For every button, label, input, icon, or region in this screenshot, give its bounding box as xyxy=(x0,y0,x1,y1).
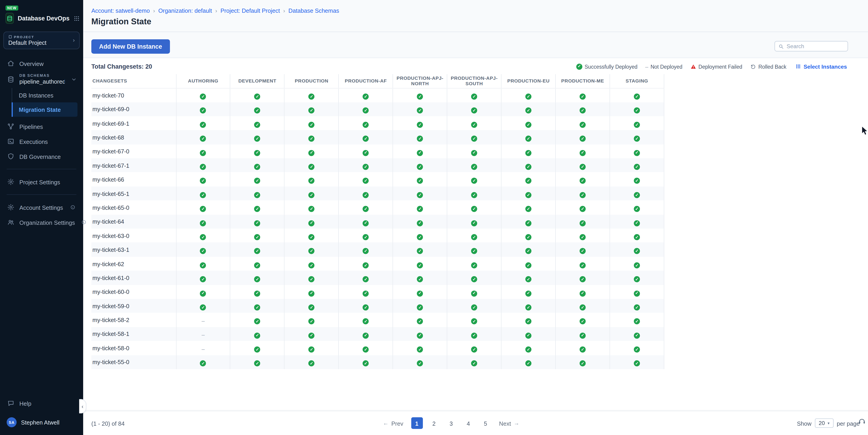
status-deployed: ✓ xyxy=(284,257,339,271)
sidebar-divider xyxy=(7,169,76,169)
success-check-icon: ✓ xyxy=(363,220,369,226)
status-deployed: ✓ xyxy=(339,186,393,200)
sidebar-item-overview[interactable]: Overview xyxy=(0,56,83,71)
column-header-staging: STAGING xyxy=(610,74,664,88)
status-deployed: ✓ xyxy=(447,144,501,158)
changeset-name: my-ticket-69-0 xyxy=(91,102,176,116)
breadcrumb-link[interactable]: Database Schemas xyxy=(288,7,339,14)
page-button-5[interactable]: 5 xyxy=(480,417,491,429)
success-check-icon: ✓ xyxy=(417,164,423,170)
status-deployed: ✓ xyxy=(284,200,339,215)
success-check-icon: ✓ xyxy=(309,122,315,128)
project-name: Default Project xyxy=(8,39,70,46)
status-deployed: ✓ xyxy=(284,229,339,243)
success-check-icon: ✓ xyxy=(634,150,640,156)
sidebar-item-project-settings[interactable]: Project Settings xyxy=(0,174,83,189)
user-menu[interactable]: SA Stephen Atwell xyxy=(0,414,83,431)
table-row: my-ticket-64✓✓✓✓✓✓✓✓✓ xyxy=(91,215,664,229)
success-check-icon: ✓ xyxy=(580,206,586,212)
success-check-icon: ✓ xyxy=(200,248,206,254)
legend-label: Not Deployed xyxy=(651,63,682,69)
success-check-icon: ✓ xyxy=(309,234,315,240)
success-check-icon: ✓ xyxy=(254,94,260,100)
success-check-icon: ✓ xyxy=(580,361,586,367)
next-page-button[interactable]: Next → xyxy=(499,420,519,426)
status-deployed: ✓ xyxy=(284,313,339,327)
changeset-name: my-ticket-63-1 xyxy=(91,243,176,257)
sidebar-item-pipelines[interactable]: Pipelines xyxy=(0,119,83,134)
dash-icon: – xyxy=(645,63,649,69)
status-deployed: ✓ xyxy=(339,130,393,144)
app-title: Database DevOps xyxy=(18,15,69,22)
status-deployed: ✓ xyxy=(393,144,447,158)
table-row: my-ticket-69-0✓✓✓✓✓✓✓✓✓ xyxy=(91,102,664,116)
sidebar-item-db-instances[interactable]: DB Instances xyxy=(12,88,78,102)
prev-page-button[interactable]: ← Prev xyxy=(383,420,403,426)
success-check-icon: ✓ xyxy=(200,164,206,170)
status-deployed: ✓ xyxy=(339,102,393,116)
page-button-2[interactable]: 2 xyxy=(428,417,440,429)
sidebar-item-account-settings[interactable]: Account Settings xyxy=(0,200,83,215)
dash-icon: – xyxy=(202,332,205,338)
success-check-icon: ✓ xyxy=(200,290,206,297)
changeset-name: my-ticket-59-0 xyxy=(91,299,176,313)
nav-group-label: DB SCHEMAS xyxy=(19,74,65,77)
breadcrumb-link[interactable]: Account: satwell-demo xyxy=(91,7,150,14)
sidebar: NEW Database DevOps xyxy=(0,0,83,435)
sidebar-item-help[interactable]: Help xyxy=(0,396,83,411)
success-check-icon: ✓ xyxy=(580,164,586,170)
select-instances-button[interactable]: Select Instances xyxy=(795,63,847,69)
search-box[interactable] xyxy=(774,41,848,51)
page-button-4[interactable]: 4 xyxy=(462,417,474,429)
home-icon xyxy=(7,60,14,67)
sidebar-item-organization-settings[interactable]: Organization Settings xyxy=(0,215,83,230)
project-selector[interactable]: PROJECT Default Project › xyxy=(3,32,80,49)
breadcrumb-link[interactable]: Organization: default xyxy=(158,7,212,14)
page-size-value: 20 xyxy=(819,420,825,426)
success-check-icon: ✓ xyxy=(363,164,369,170)
success-check-icon: ✓ xyxy=(200,206,206,212)
column-header-authoring: AUTHORING xyxy=(176,74,230,88)
sidebar-item-migration-state[interactable]: Migration State xyxy=(12,102,78,117)
sidebar-item-executions[interactable]: Executions xyxy=(0,134,83,149)
main-content: Account: satwell-demo›Organization: defa… xyxy=(83,0,868,435)
support-headset-icon[interactable] xyxy=(858,417,866,427)
pagination: ← Prev 12345 Next → xyxy=(383,417,520,429)
column-header-changesets: CHANGESETS xyxy=(91,74,176,88)
show-label: Show xyxy=(797,420,811,426)
chevron-left-icon: ‹ xyxy=(82,403,83,409)
success-check-icon: ✓ xyxy=(525,150,531,156)
status-deployed: ✓ xyxy=(447,327,501,341)
status-deployed: ✓ xyxy=(284,355,339,369)
success-check-icon: ✓ xyxy=(363,108,369,114)
success-check-icon: ✓ xyxy=(525,108,531,114)
page-button-1[interactable]: 1 xyxy=(411,417,423,429)
breadcrumb-link[interactable]: Project: Default Project xyxy=(220,7,280,14)
sidebar-item-db-governance[interactable]: DB Governance xyxy=(0,149,83,164)
page-size-select[interactable]: 20 ▾ xyxy=(815,418,833,428)
success-check-icon: ✓ xyxy=(254,122,260,128)
status-deployed: ✓ xyxy=(230,144,284,158)
search-input[interactable] xyxy=(787,43,844,49)
success-check-icon: ✓ xyxy=(471,248,477,254)
status-deployed: ✓ xyxy=(501,102,556,116)
page-button-3[interactable]: 3 xyxy=(445,417,457,429)
status-deployed: ✓ xyxy=(501,313,556,327)
success-check-icon: ✓ xyxy=(471,164,477,170)
success-check-icon: ✓ xyxy=(200,234,206,240)
status-deployed: ✓ xyxy=(556,285,610,299)
status-deployed: ✓ xyxy=(556,158,610,173)
status-deployed: ✓ xyxy=(230,341,284,355)
app-switcher-icon[interactable] xyxy=(73,15,80,21)
add-db-instance-button[interactable]: Add New DB Instance xyxy=(91,39,170,54)
sidebar-item-db-schemas[interactable]: DB SCHEMAS pipeline_authored xyxy=(0,71,83,87)
status-deployed: ✓ xyxy=(284,172,339,186)
executions-icon xyxy=(7,138,14,145)
success-check-icon: ✓ xyxy=(254,136,260,142)
app-window: NEW Database DevOps xyxy=(0,0,868,435)
status-deployed: ✓ xyxy=(447,215,501,229)
table-row: my-ticket-59-0✓✓✓✓✓✓✓✓✓ xyxy=(91,299,664,313)
chevron-down-icon xyxy=(70,76,78,82)
success-check-icon: ✓ xyxy=(363,290,369,297)
success-check-icon: ✓ xyxy=(634,262,640,269)
